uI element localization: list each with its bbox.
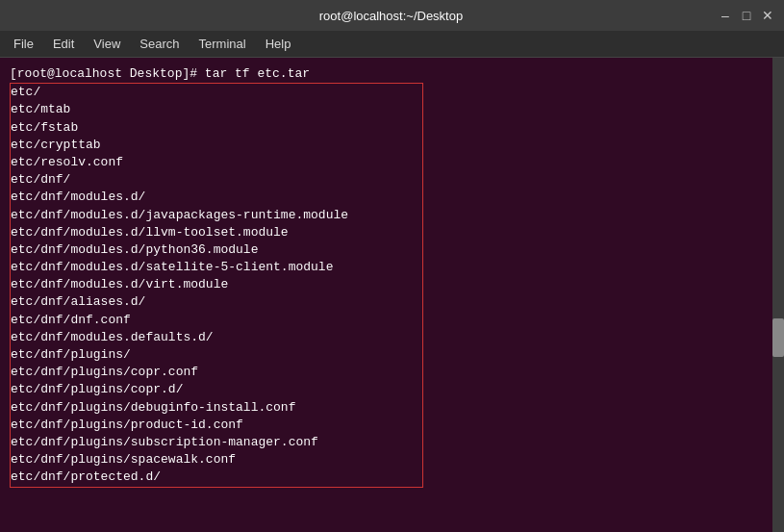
title-bar: root@localhost:~/Desktop – □ ✕: [0, 0, 784, 31]
output-line: etc/dnf/modules.defaults.d/: [11, 329, 422, 346]
menu-file[interactable]: File: [4, 33, 43, 55]
output-line: etc/dnf/plugins/copr.d/: [11, 381, 422, 398]
menu-terminal[interactable]: Terminal: [190, 33, 256, 55]
menu-edit[interactable]: Edit: [43, 33, 84, 55]
output-line: etc/dnf/aliases.d/: [11, 293, 422, 311]
scrollbar[interactable]: [772, 58, 784, 532]
output-line: etc/dnf/plugins/debuginfo-install.conf: [11, 399, 422, 417]
minimize-button[interactable]: –: [717, 7, 734, 24]
output-line: etc/fstab: [11, 119, 422, 137]
menu-bar: File Edit View Search Terminal Help: [0, 31, 784, 58]
output-lines: etc/etc/mtabetc/fstabetc/crypttabetc/res…: [11, 84, 422, 486]
output-line: etc/dnf/modules.d/virt.module: [11, 276, 422, 293]
window-controls: – □ ✕: [717, 7, 776, 24]
terminal-area[interactable]: [root@localhost Desktop]# tar tf etc.tar…: [0, 58, 784, 532]
output-line: etc/dnf/modules.d/python36.module: [11, 241, 422, 259]
command-line: [root@localhost Desktop]# tar tf etc.tar: [10, 65, 774, 83]
output-line: etc/dnf/plugins/product-id.conf: [11, 417, 422, 434]
output-line: etc/dnf/modules.d/javapackages-runtime.m…: [11, 207, 422, 224]
output-line: etc/dnf/dnf.conf: [11, 312, 422, 329]
menu-view[interactable]: View: [84, 33, 130, 55]
output-line: etc/: [11, 84, 422, 101]
output-line: etc/dnf/plugins/copr.conf: [11, 364, 422, 381]
output-line: etc/crypttab: [11, 137, 422, 154]
maximize-button[interactable]: □: [738, 7, 755, 24]
output-line: etc/dnf/plugins/spacewalk.conf: [11, 451, 422, 469]
output-line: etc/resolv.conf: [11, 154, 422, 171]
output-line: etc/dnf/: [11, 171, 422, 189]
menu-help[interactable]: Help: [256, 33, 301, 55]
output-line: etc/dnf/plugins/subscription-manager.con…: [11, 434, 422, 451]
output-line: etc/mtab: [11, 101, 422, 118]
output-line: etc/dnf/protected.d/: [11, 469, 422, 486]
close-button[interactable]: ✕: [759, 7, 776, 24]
output-container: etc/etc/mtabetc/fstabetc/crypttabetc/res…: [10, 83, 423, 487]
output-line: etc/dnf/modules.d/: [11, 189, 422, 206]
output-line: etc/dnf/modules.d/satellite-5-client.mod…: [11, 259, 422, 276]
window-title: root@localhost:~/Desktop: [65, 9, 717, 23]
output-line: etc/dnf/modules.d/llvm-toolset.module: [11, 224, 422, 241]
output-line: etc/dnf/plugins/: [11, 346, 422, 364]
terminal-window: root@localhost:~/Desktop – □ ✕ File Edit…: [0, 0, 784, 532]
menu-search[interactable]: Search: [130, 33, 189, 55]
scrollbar-thumb[interactable]: [772, 318, 784, 357]
